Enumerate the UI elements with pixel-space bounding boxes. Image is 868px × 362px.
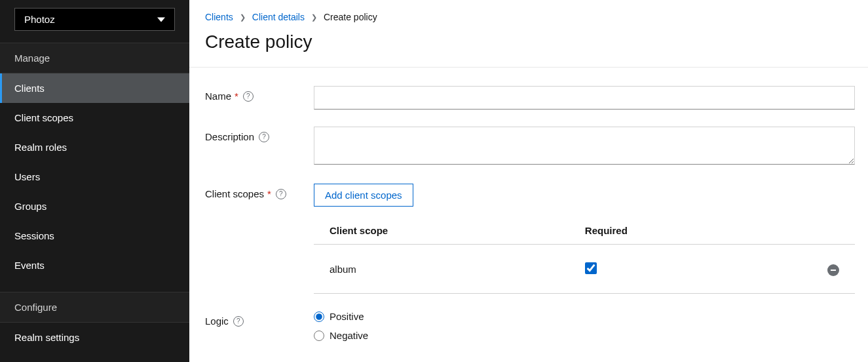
breadcrumb: Clients ❯ Client details ❯ Create policy bbox=[205, 12, 855, 22]
breadcrumb-clients[interactable]: Clients bbox=[205, 12, 233, 22]
logic-radio-label: Negative bbox=[330, 330, 368, 341]
divider bbox=[189, 67, 868, 68]
sidebar-item-label: Sessions bbox=[14, 230, 54, 241]
form-row-description: Description ? bbox=[205, 127, 855, 167]
sidebar: Photoz Manage Clients Client scopes Real… bbox=[0, 0, 189, 362]
sidebar-item-sessions[interactable]: Sessions bbox=[0, 221, 189, 251]
help-icon[interactable]: ? bbox=[259, 132, 269, 142]
form-row-name: Name * ? bbox=[205, 86, 855, 110]
scope-cell: album bbox=[314, 245, 582, 294]
sidebar-item-label: Events bbox=[14, 260, 45, 271]
logic-radio-positive[interactable] bbox=[314, 312, 324, 322]
table-header-scope: Client scope bbox=[314, 217, 582, 245]
description-input[interactable] bbox=[314, 127, 855, 165]
help-icon[interactable]: ? bbox=[276, 189, 286, 199]
table-row: album bbox=[314, 245, 855, 294]
sidebar-item-label: Realm roles bbox=[14, 142, 67, 153]
add-client-scopes-button[interactable]: Add client scopes bbox=[314, 184, 413, 207]
chevron-right-icon: ❯ bbox=[240, 13, 246, 22]
sidebar-section-configure: Configure bbox=[0, 292, 189, 323]
sidebar-item-groups[interactable]: Groups bbox=[0, 191, 189, 221]
sidebar-item-clients[interactable]: Clients bbox=[0, 73, 189, 103]
table-header-actions bbox=[749, 217, 855, 245]
remove-scope-button[interactable] bbox=[827, 264, 839, 276]
action-cell bbox=[749, 245, 855, 294]
sidebar-item-label: Client scopes bbox=[14, 112, 73, 123]
logic-radio-negative[interactable] bbox=[314, 331, 324, 341]
sidebar-item-label: Clients bbox=[14, 83, 45, 94]
logic-label: Logic ? bbox=[205, 315, 244, 327]
name-input[interactable] bbox=[314, 86, 855, 110]
sidebar-section-manage: Manage bbox=[0, 43, 189, 73]
breadcrumb-client-details[interactable]: Client details bbox=[252, 12, 305, 22]
sidebar-item-events[interactable]: Events bbox=[0, 251, 189, 280]
required-cell bbox=[582, 245, 749, 294]
form-row-logic: Logic ? Positive Negative bbox=[205, 311, 855, 349]
client-scopes-table: Client scope Required album bbox=[314, 217, 855, 294]
form-row-client-scopes: Client scopes * ? Add client scopes Clie… bbox=[205, 184, 855, 294]
realm-selector-label: Photoz bbox=[24, 14, 55, 25]
sidebar-item-client-scopes[interactable]: Client scopes bbox=[0, 103, 189, 132]
chevron-right-icon: ❯ bbox=[311, 13, 317, 22]
required-checkbox[interactable] bbox=[585, 262, 597, 274]
page-title: Create policy bbox=[205, 31, 855, 52]
help-icon[interactable]: ? bbox=[233, 316, 244, 327]
required-indicator: * bbox=[235, 90, 238, 102]
sidebar-item-label: Realm settings bbox=[14, 332, 79, 343]
sidebar-item-label: Groups bbox=[14, 201, 47, 212]
main-content: Clients ❯ Client details ❯ Create policy… bbox=[189, 0, 868, 362]
description-label: Description ? bbox=[205, 131, 269, 142]
sidebar-item-realm-settings[interactable]: Realm settings bbox=[0, 323, 189, 352]
name-label: Name * ? bbox=[205, 90, 254, 102]
realm-selector[interactable]: Photoz bbox=[14, 8, 175, 31]
table-header-required: Required bbox=[582, 217, 749, 245]
logic-option-positive: Positive bbox=[314, 311, 855, 322]
sidebar-item-realm-roles[interactable]: Realm roles bbox=[0, 132, 189, 162]
logic-radio-label: Positive bbox=[330, 311, 364, 322]
logic-option-negative: Negative bbox=[314, 330, 855, 341]
help-icon[interactable]: ? bbox=[243, 91, 254, 102]
breadcrumb-current: Create policy bbox=[324, 12, 377, 22]
sidebar-item-label: Users bbox=[14, 171, 40, 182]
caret-down-icon bbox=[157, 16, 165, 24]
required-indicator: * bbox=[267, 188, 271, 199]
sidebar-item-users[interactable]: Users bbox=[0, 162, 189, 191]
client-scopes-label: Client scopes * ? bbox=[205, 188, 286, 199]
